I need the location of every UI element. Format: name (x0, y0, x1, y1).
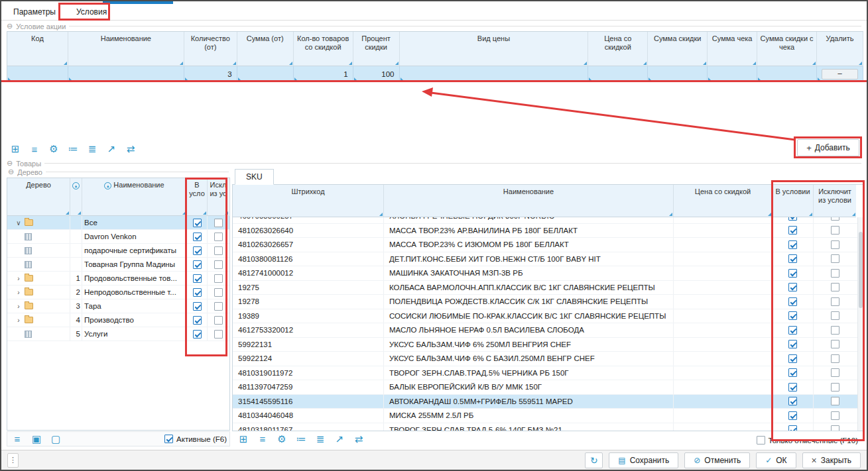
checkbox[interactable] (831, 254, 839, 263)
checkbox[interactable] (214, 260, 223, 269)
checkbox[interactable] (788, 283, 797, 291)
checkbox[interactable] (788, 226, 797, 235)
sku-row[interactable]: 4812741000012МАШИНКА ЗАКАТОЧНАЯ МЗП-3В Р… (233, 266, 857, 281)
column-header-name[interactable]: ▴Наименование (82, 178, 187, 216)
column-header[interactable]: Сумма скидки (648, 32, 708, 66)
checkbox[interactable] (788, 425, 797, 431)
column-header[interactable]: Цена со скидкой (588, 32, 648, 66)
sync-icon[interactable]: ⇄ (351, 432, 366, 446)
checkbox[interactable] (788, 340, 797, 348)
checkbox[interactable] (831, 397, 839, 405)
collapse-all-icon[interactable]: ▣ (29, 432, 44, 446)
column-header-exclude[interactable]: Исключит из услови (814, 185, 856, 217)
menu-dots-button[interactable]: ⋮ (7, 453, 19, 468)
column-header-code[interactable]: ▴ (70, 178, 82, 216)
checkbox[interactable] (831, 297, 839, 306)
checkbox[interactable] (193, 330, 202, 339)
delete-row-button[interactable]: − (822, 69, 858, 79)
column-header-barcode[interactable]: Штрихкод (233, 185, 384, 217)
checkbox[interactable] (214, 274, 223, 283)
checkbox[interactable] (193, 274, 202, 283)
sku-row[interactable]: 19278ПОЛЕНДВИЦА РОЖДЕСТВ.КЛАССИК С/К 1КГ… (233, 295, 857, 309)
checkbox[interactable] (788, 354, 797, 363)
scrollbar-thumb[interactable] (859, 232, 863, 308)
sku-row[interactable]: 19275КОЛБАСА ВАР.МОЛОЧН.АПП.КЛАССИК В/С … (233, 281, 857, 295)
expander-icon[interactable]: ∨ (15, 219, 22, 227)
close-button[interactable]: × Закрыть (802, 452, 861, 468)
column-header-exclude[interactable]: Искл из ус (208, 178, 229, 216)
checkbox[interactable] (214, 246, 223, 255)
checkbox[interactable] (831, 269, 839, 278)
add-button[interactable]: + Добавить (797, 139, 859, 156)
grid-view-icon[interactable]: ⊞ (236, 432, 251, 446)
filter-icon[interactable]: ≡ (10, 432, 25, 446)
column-header[interactable]: Сумма чека (708, 32, 757, 66)
checkbox[interactable] (831, 240, 839, 249)
expander-icon[interactable]: › (15, 275, 22, 282)
checkbox[interactable] (788, 411, 797, 420)
checkbox[interactable] (788, 217, 797, 221)
checkbox[interactable] (214, 288, 223, 297)
checkbox[interactable] (788, 397, 797, 405)
checkbox[interactable] (831, 411, 839, 420)
checkbox[interactable] (831, 226, 839, 235)
column-header[interactable]: Наименование (68, 32, 184, 66)
filter-icon[interactable]: ≡ (255, 432, 270, 446)
only-marked-checkbox[interactable]: Только отмеченные (F10) (757, 436, 858, 445)
sku-row[interactable]: 3154145595116АВТОКАРАНДАШ 0.5ММ+ГРИФЕЛЬ … (233, 395, 857, 409)
checkbox[interactable] (831, 368, 839, 377)
tree-row[interactable]: ›1Продовольственные тов... (7, 272, 229, 286)
numbered-list-icon[interactable]: ≔ (66, 142, 80, 156)
export-icon[interactable]: ↗ (104, 142, 119, 156)
group-list-icon[interactable]: ≣ (313, 432, 328, 446)
checkbox[interactable] (214, 316, 223, 325)
checkbox[interactable] (193, 233, 202, 241)
sku-row[interactable]: 4612753320012МАСЛО ЛЬНЯНОЕ НЕРАФ 0.5Л ВА… (233, 323, 857, 338)
column-header[interactable]: Сумма скидки с чека (757, 32, 817, 66)
expander-icon[interactable]: › (15, 303, 22, 310)
checkbox[interactable] (788, 383, 797, 392)
column-header[interactable]: Количество (от) (184, 32, 237, 66)
tree-row[interactable]: Товарная Группа Мадины (7, 258, 229, 272)
tree-row[interactable]: ›4Производство (7, 313, 229, 327)
checkbox[interactable] (831, 283, 839, 291)
sku-row[interactable]: 59922124УКСУС БАЛЬЗАМ.ЧИФ 6% С БАЗИЛ.250… (233, 352, 857, 366)
save-button[interactable]: ▤ Сохранить (609, 452, 678, 468)
sync-icon[interactable]: ⇄ (123, 142, 138, 156)
export-icon[interactable]: ↗ (332, 432, 347, 446)
checkbox[interactable] (193, 302, 202, 311)
sku-row[interactable]: 4810318011767ТВОРОГ ЗЕРН.СЛАВ.ТРАД 5-6% … (233, 423, 857, 431)
checkbox[interactable] (831, 383, 839, 392)
grid-view-icon[interactable]: ⊞ (8, 142, 23, 156)
group-list-icon[interactable]: ≣ (85, 142, 99, 156)
checkbox[interactable] (831, 311, 839, 320)
checkbox[interactable] (788, 254, 797, 263)
collapse-icon[interactable]: ⊖ (7, 159, 13, 168)
checkbox[interactable] (831, 340, 839, 348)
tab-sku[interactable]: SKU (235, 169, 274, 185)
tree-row[interactable]: ›2Непродовольственные т... (7, 286, 229, 299)
collapse-icon[interactable]: ⊖ (7, 22, 13, 30)
column-header[interactable]: Сумма (от) (237, 32, 294, 66)
sku-row[interactable]: 4810263026657МАССА ТВОР.23% С ИЗЮМОМ РБ … (233, 238, 857, 252)
checkbox[interactable] (831, 354, 839, 363)
column-header-name[interactable]: Наименование (384, 185, 674, 217)
tree-row[interactable]: подарочные сертификаты (7, 244, 229, 258)
checkbox[interactable] (193, 260, 202, 269)
checkbox[interactable] (788, 311, 797, 320)
vertical-scrollbar[interactable] (857, 217, 863, 431)
checkbox[interactable] (788, 269, 797, 278)
checkbox[interactable] (788, 326, 797, 335)
checkbox[interactable] (193, 219, 202, 227)
tree-row[interactable]: 5Услуги (7, 327, 229, 341)
checkbox[interactable] (214, 233, 223, 241)
expand-all-icon[interactable]: ▢ (48, 432, 63, 446)
numbered-list-icon[interactable]: ≔ (294, 432, 308, 446)
collapse-icon[interactable]: ⊖ (8, 168, 14, 176)
column-header-in-condition[interactable]: В условии (773, 185, 814, 217)
sku-row[interactable]: 4810319011972ТВОРОГ ЗЕРН.СЛАВ.ТРАД.5% ЧЕ… (233, 366, 857, 381)
checkbox[interactable] (164, 435, 173, 443)
ok-button[interactable]: ✓ ОК (756, 452, 796, 468)
checkbox[interactable] (788, 368, 797, 377)
settings-gear-icon[interactable]: ⚙ (275, 432, 289, 446)
